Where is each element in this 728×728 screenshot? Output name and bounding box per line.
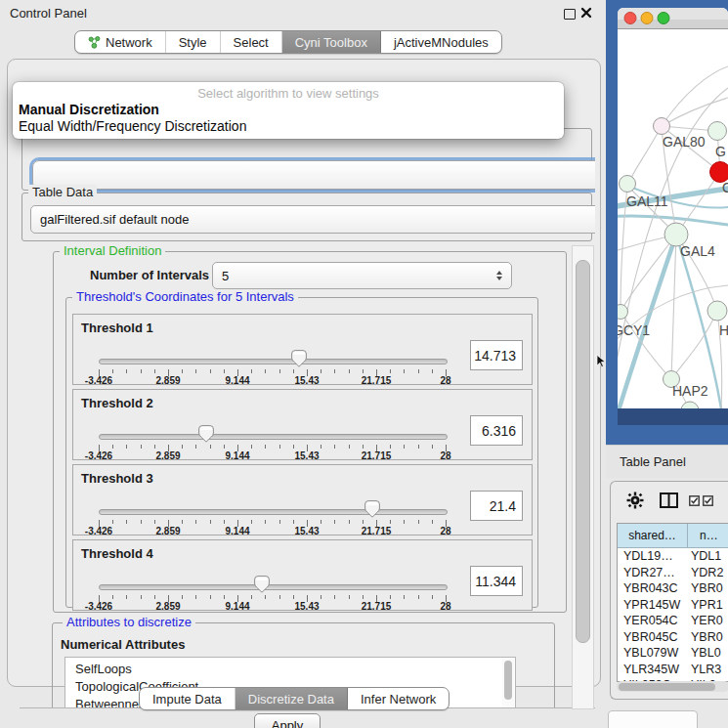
cell-shared-name: YER054C: [618, 613, 687, 629]
number-of-intervals-combobox[interactable]: 5: [212, 262, 512, 289]
table-row[interactable]: YDR27…YDR2: [618, 565, 728, 581]
checkbox-icon[interactable]: [689, 495, 700, 506]
slider-tick: [224, 445, 225, 449]
cell-shared-name: YDR27…: [618, 565, 687, 581]
threshold-value-field[interactable]: 14.713: [470, 340, 523, 370]
slider-tick-label: 28: [440, 601, 450, 612]
column-header-name[interactable]: n…: [688, 524, 728, 547]
threshold-slider-track[interactable]: [99, 434, 448, 440]
slider-tick-label: -3.426: [85, 450, 112, 461]
slider-tick: [141, 369, 142, 373]
tab-discretize-data[interactable]: Discretize Data: [236, 688, 348, 709]
slider-tick: [390, 369, 391, 373]
combo-arrows-icon: [496, 271, 502, 280]
algorithm-combobox[interactable]: [32, 160, 595, 190]
slider-tick: [404, 445, 405, 449]
network-view[interactable]: GAL80GCGAL11GAL4GCY1HHAP2: [606, 0, 728, 445]
slider-tick: [126, 369, 127, 373]
slider-tick: [432, 445, 433, 449]
slider-tick: [363, 369, 364, 373]
threshold-slider-track[interactable]: [99, 359, 448, 364]
attributes-list-scrollbar[interactable]: [502, 659, 514, 708]
table-row[interactable]: YER054CYER0: [618, 613, 728, 629]
tab-cyni-toolbox[interactable]: Cyni Toolbox: [282, 31, 381, 53]
threshold-value-field[interactable]: 6.316: [470, 415, 523, 446]
slider-tick: [195, 595, 196, 599]
threshold-label: Threshold 4: [81, 546, 153, 561]
close-icon[interactable]: [580, 7, 592, 19]
slider-tick: [112, 445, 113, 449]
table-row[interactable]: YDL19…YDL1: [618, 548, 728, 565]
tab-jactivemnodules[interactable]: jActiveMNodules: [381, 31, 501, 53]
network-nodes-icon: [88, 36, 101, 49]
tab-label: Impute Data: [152, 692, 222, 707]
tab-select[interactable]: Select: [221, 31, 282, 53]
split-view-icon[interactable]: [660, 492, 678, 508]
mac-close-icon[interactable]: [624, 13, 636, 24]
gear-icon[interactable]: [626, 492, 644, 509]
table-row[interactable]: YBR045CYBR0: [618, 629, 728, 646]
slider-tick: [224, 520, 225, 524]
node-top-right[interactable]: [708, 122, 727, 141]
control-panel-titlebar: Control Panel: [0, 0, 606, 25]
threshold-slider-track[interactable]: [99, 509, 448, 515]
slider-tick: [334, 595, 335, 599]
table-horizontal-scrollbar[interactable]: [617, 681, 728, 692]
slider-tick: [265, 445, 266, 449]
table-row[interactable]: YPR145WYPR1: [618, 597, 728, 614]
slider-tick-label: 2.859: [155, 375, 180, 386]
slider-tick-label: 15.43: [294, 450, 319, 461]
node-label-h: H: [719, 322, 728, 338]
threshold-slider-track[interactable]: [99, 584, 448, 590]
slider-tick: [265, 520, 266, 524]
table-row[interactable]: YLR345WYLR3: [618, 662, 728, 678]
table-horizontal-scrollbar-thumb[interactable]: [619, 683, 715, 691]
attribute-item-selfloops[interactable]: SelfLoops: [65, 661, 515, 678]
tab-infer-network[interactable]: Infer Network: [348, 688, 449, 709]
tab-network[interactable]: Network: [75, 31, 166, 53]
threshold-slider-thumb[interactable]: [364, 500, 380, 518]
slider-tick: [404, 520, 405, 524]
mac-zoom-icon[interactable]: [658, 13, 669, 24]
cell-name: YER0: [687, 613, 728, 629]
tab-label: jActiveMNodules: [394, 35, 489, 50]
slider-tick: [182, 595, 183, 599]
table-row[interactable]: YBL079WYBL0: [618, 645, 728, 662]
apply-button[interactable]: Apply: [254, 713, 321, 728]
slider-tick: [182, 369, 183, 373]
float-window-icon[interactable]: [564, 9, 576, 20]
slider-tick: [334, 369, 335, 373]
slider-tick: [251, 369, 252, 373]
threshold-slider-thumb[interactable]: [198, 425, 214, 443]
slider-tick: [251, 520, 252, 524]
checkbox-icon[interactable]: [703, 495, 713, 506]
tab-label: Select: [234, 35, 269, 50]
tab-impute-data[interactable]: Impute Data: [140, 688, 236, 709]
node-gal80[interactable]: [654, 118, 670, 135]
threshold-value-field[interactable]: 21.4: [470, 491, 523, 521]
cell-shared-name: YPR145W: [618, 597, 687, 614]
table-data-combobox[interactable]: galFiltered.sif default node: [30, 205, 595, 234]
slider-tick: [141, 595, 142, 599]
settings-scrollbar[interactable]: [572, 245, 594, 709]
column-header-shared-name[interactable]: shared…: [618, 524, 688, 547]
slider-tick-label: -3.426: [85, 526, 112, 536]
slider-tick-label: 28: [440, 526, 450, 536]
slider-tick: [418, 445, 419, 449]
mac-minimize-icon[interactable]: [641, 13, 653, 24]
threshold-2-box: Threshold 2-3.4262.8599.14415.4321.71528…: [72, 389, 533, 460]
threshold-value-field[interactable]: 11.344: [470, 566, 523, 596]
slider-tick-label: 21.715: [362, 601, 392, 612]
threshold-slider-thumb[interactable]: [291, 350, 307, 367]
slider-tick: [210, 595, 211, 599]
group-title: Table Data: [28, 185, 97, 199]
node-gal11[interactable]: [620, 176, 636, 193]
node-label-gcy1: GCY1: [613, 322, 650, 338]
settings-scrollbar-thumb[interactable]: [576, 260, 590, 643]
tab-style[interactable]: Style: [166, 31, 221, 53]
dropdown-option-equal-width-frequency-discretization[interactable]: Equal Width/Frequency Discretization: [13, 118, 564, 135]
dropdown-option-manual-discretization[interactable]: Manual Discretization: [13, 102, 564, 118]
node-h[interactable]: [707, 301, 727, 321]
table-row[interactable]: YBR043CYBR0: [618, 580, 728, 597]
threshold-slider-thumb[interactable]: [254, 576, 270, 593]
